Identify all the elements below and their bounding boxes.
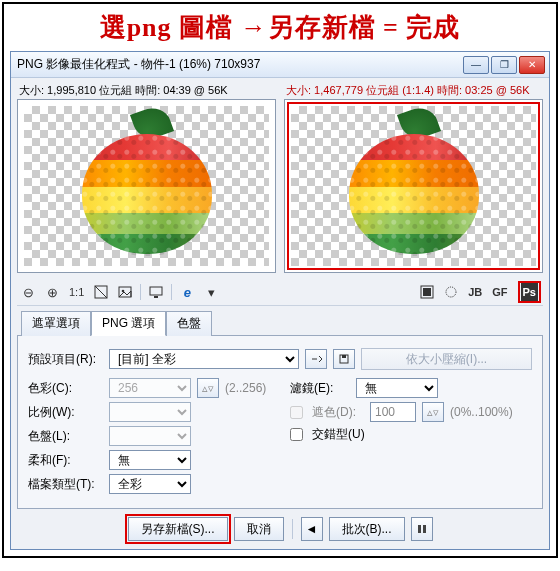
image-icon[interactable] (116, 283, 134, 301)
right-preview[interactable] (284, 99, 543, 273)
ratio-label: 比例(W): (28, 404, 103, 421)
colors-range: (2..256) (225, 381, 266, 395)
svg-rect-5 (154, 296, 158, 298)
preview-image-right (349, 116, 479, 256)
colors-select[interactable]: 256 (109, 378, 191, 398)
interlace-checkbox[interactable] (290, 428, 303, 441)
monitor-icon[interactable] (147, 283, 165, 301)
tab-palette[interactable]: 色盤 (166, 311, 212, 336)
mask-value-input[interactable] (370, 402, 416, 422)
ps-button[interactable]: Ps (521, 283, 538, 301)
tab-mask-options[interactable]: 遮罩選項 (21, 311, 91, 336)
format-icon-1[interactable] (418, 283, 436, 301)
left-preview[interactable] (17, 99, 276, 273)
cancel-button[interactable]: 取消 (234, 517, 284, 541)
minimize-button[interactable]: — (463, 56, 489, 74)
optimizer-window: PNG 影像最佳化程式 - 物件-1 (16%) 710x937 — ❐ ✕ 大… (10, 51, 550, 550)
colors-label: 色彩(C): (28, 380, 103, 397)
svg-line-1 (95, 286, 107, 298)
soft-label: 柔和(F): (28, 452, 103, 469)
close-button[interactable]: ✕ (519, 56, 545, 74)
instruction-text: 選png 圖檔 →另存新檔 = 完成 (4, 4, 556, 49)
svg-rect-10 (342, 355, 346, 358)
maximize-button[interactable]: ❐ (491, 56, 517, 74)
preset-select[interactable]: [目前] 全彩 (109, 349, 299, 369)
crop-icon[interactable] (92, 283, 110, 301)
filter-label: 濾鏡(E): (290, 380, 350, 397)
prev-button[interactable]: ◄ (301, 517, 323, 541)
tab-png-options[interactable]: PNG 選項 (91, 311, 166, 336)
palette-select[interactable] (109, 426, 191, 446)
svg-rect-11 (418, 525, 421, 533)
save-as-button[interactable]: 另存新檔(S)... (128, 517, 228, 541)
colors-stepper[interactable]: ▵▿ (197, 378, 219, 398)
gf-button[interactable]: GF (490, 283, 509, 301)
zoom-out-icon[interactable]: ⊖ (19, 283, 37, 301)
mask-label: 遮色(D): (312, 404, 364, 421)
filter-select[interactable]: 無 (356, 378, 438, 398)
zoom-1to1-button[interactable]: 1:1 (67, 283, 86, 301)
tab-body: 預設項目(R): [目前] 全彩 依大小壓縮(I)... (17, 335, 543, 509)
toolbar: ⊖ ⊕ 1:1 e ▾ (17, 277, 543, 306)
palette-label: 色盤(L): (28, 428, 103, 445)
batch-button[interactable]: 批次(B)... (329, 517, 405, 541)
svg-point-8 (446, 287, 456, 297)
mask-range: (0%..100%) (450, 405, 513, 419)
mask-stepper[interactable]: ▵▿ (422, 402, 444, 422)
format-icon-2[interactable] (442, 283, 460, 301)
compress-by-size-button[interactable]: 依大小壓縮(I)... (361, 348, 532, 370)
window-title: PNG 影像最佳化程式 - 物件-1 (16%) 710x937 (17, 56, 463, 73)
zoom-in-icon[interactable]: ⊕ (43, 283, 61, 301)
filetype-label: 檔案類型(T): (28, 476, 103, 493)
mask-checkbox[interactable] (290, 406, 303, 419)
interlace-label: 交錯型(U) (312, 426, 365, 443)
jb-button[interactable]: JB (466, 283, 484, 301)
ie-icon[interactable]: e (178, 283, 196, 301)
filetype-select[interactable]: 全彩 (109, 474, 191, 494)
titlebar[interactable]: PNG 影像最佳化程式 - 物件-1 (16%) 710x937 — ❐ ✕ (11, 52, 549, 78)
preset-label: 預設項目(R): (28, 351, 103, 368)
preview-image-left (82, 116, 212, 256)
right-preview-info: 大小: 1,467,779 位元組 (1:1.4) 時間: 03:25 @ 56… (284, 82, 543, 99)
dropdown-icon[interactable]: ▾ (202, 283, 220, 301)
left-preview-info: 大小: 1,995,810 位元組 時間: 04:39 @ 56K (17, 82, 276, 99)
svg-rect-4 (150, 287, 162, 295)
svg-rect-7 (423, 288, 431, 296)
svg-rect-12 (423, 525, 426, 533)
ratio-select[interactable] (109, 402, 191, 422)
preset-save-button[interactable] (333, 349, 355, 369)
soft-select[interactable]: 無 (109, 450, 191, 470)
next-button[interactable] (411, 517, 433, 541)
preset-add-button[interactable] (305, 349, 327, 369)
